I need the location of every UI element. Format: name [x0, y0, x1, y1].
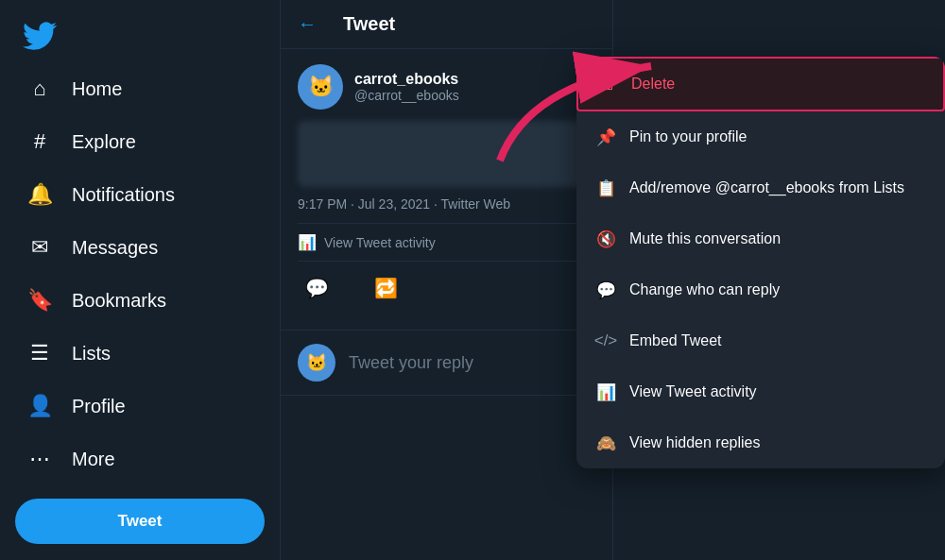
- pin-icon: 📌: [595, 127, 616, 147]
- retweet-action[interactable]: 🔁: [367, 269, 405, 307]
- chart-icon: 📊: [298, 233, 317, 251]
- sidebar-item-label: More: [72, 449, 115, 470]
- list-add-icon: 📋: [595, 178, 616, 198]
- sidebar-item-more[interactable]: ⋯ More: [11, 434, 268, 484]
- sidebar-item-profile[interactable]: 👤 Profile: [11, 382, 268, 431]
- author-row: 🐱 carrot_ebooks @carrot__ebooks: [298, 64, 595, 110]
- dropdown-item-mute[interactable]: 🔇 Mute this conversation: [576, 213, 945, 264]
- reply-placeholder: Tweet your reply: [349, 353, 473, 373]
- hidden-replies-label: View hidden replies: [629, 434, 760, 451]
- pin-label: Pin to your profile: [629, 128, 747, 145]
- tweet-timestamp: 9:17 PM · Jul 23, 2021 · Twitter Web: [298, 196, 595, 212]
- dropdown-item-embed[interactable]: </> Embed Tweet: [576, 315, 945, 366]
- sidebar-item-lists[interactable]: ☰ Lists: [11, 329, 268, 378]
- dropdown-item-list[interactable]: 📋 Add/remove @carrot__ebooks from Lists: [576, 162, 945, 213]
- code-icon: </>: [595, 331, 616, 351]
- tweet-image: [298, 121, 595, 187]
- mute-icon: 🔇: [595, 229, 616, 249]
- sidebar-item-bookmarks[interactable]: 🔖 Bookmarks: [11, 276, 268, 325]
- sidebar: ⌂ Home # Explore 🔔 Notifications ✉ Messa…: [0, 0, 281, 560]
- reply-action[interactable]: 💬: [298, 269, 336, 307]
- chart-bar-icon: 📊: [595, 382, 616, 402]
- list-icon: ☰: [26, 340, 53, 366]
- trash-icon: 🗑: [597, 74, 618, 94]
- avatar: 🐱: [298, 64, 343, 110]
- list-label: Add/remove @carrot__ebooks from Lists: [629, 179, 904, 196]
- sidebar-item-explore[interactable]: # Explore: [11, 117, 268, 166]
- dropdown-item-change-reply[interactable]: 💬 Change who can reply: [576, 264, 945, 315]
- page-title: Tweet: [343, 13, 395, 35]
- embed-label: Embed Tweet: [629, 332, 722, 349]
- reply-row[interactable]: 🐱 Tweet your reply: [281, 331, 612, 396]
- delete-label: Delete: [631, 76, 675, 93]
- sidebar-item-notifications[interactable]: 🔔 Notifications: [11, 170, 268, 219]
- sidebar-item-label: Bookmarks: [72, 290, 166, 312]
- hidden-icon: 🙈: [595, 433, 616, 453]
- bell-icon: 🔔: [26, 181, 53, 208]
- dropdown-item-delete[interactable]: 🗑 Delete: [576, 57, 945, 111]
- home-icon: ⌂: [26, 76, 53, 102]
- nav-menu: ⌂ Home # Explore 🔔 Notifications ✉ Messa…: [0, 64, 280, 487]
- sidebar-item-home[interactable]: ⌂ Home: [11, 64, 268, 113]
- sidebar-item-label: Home: [72, 78, 122, 100]
- tweet-activity[interactable]: 📊 View Tweet activity: [298, 223, 595, 261]
- sidebar-item-messages[interactable]: ✉ Messages: [11, 223, 268, 272]
- right-panel: 🗑 Delete 📌 Pin to your profile 📋 Add/rem…: [613, 0, 945, 560]
- bookmark-icon: 🔖: [26, 287, 53, 314]
- sidebar-item-label: Notifications: [72, 184, 175, 206]
- dropdown-item-view-activity[interactable]: 📊 View Tweet activity: [576, 366, 945, 417]
- sidebar-item-label: Explore: [72, 131, 136, 153]
- author-handle: @carrot__ebooks: [354, 88, 459, 103]
- envelope-icon: ✉: [26, 234, 53, 261]
- sidebar-item-label: Lists: [72, 343, 111, 365]
- tweet-actions: 💬 🔁: [298, 261, 595, 314]
- change-reply-label: Change who can reply: [629, 281, 780, 298]
- tweet-header: ← Tweet: [281, 0, 612, 49]
- ellipsis-icon: ⋯: [26, 446, 53, 472]
- dropdown-item-hidden-replies[interactable]: 🙈 View hidden replies: [576, 417, 945, 468]
- person-icon: 👤: [26, 393, 53, 419]
- hash-icon: #: [26, 128, 53, 155]
- author-info: carrot_ebooks @carrot__ebooks: [354, 71, 459, 103]
- activity-label: View Tweet activity: [324, 235, 436, 250]
- reply-avatar: 🐱: [298, 344, 335, 382]
- tweet-button[interactable]: Tweet: [15, 499, 265, 544]
- sidebar-item-label: Messages: [72, 237, 158, 259]
- mute-label: Mute this conversation: [629, 230, 781, 247]
- chat-icon: 💬: [595, 280, 616, 300]
- dropdown-item-pin[interactable]: 📌 Pin to your profile: [576, 111, 945, 162]
- author-name: carrot_ebooks: [354, 71, 459, 88]
- sidebar-item-label: Profile: [72, 396, 126, 417]
- main-content: ← Tweet 🐱 carrot_ebooks @carrot__ebooks …: [281, 0, 613, 560]
- back-button[interactable]: ←: [298, 13, 317, 35]
- twitter-logo: [0, 8, 280, 64]
- view-activity-label: View Tweet activity: [629, 383, 757, 400]
- tweet-body: 🐱 carrot_ebooks @carrot__ebooks 9:17 PM …: [281, 49, 612, 331]
- dropdown-menu: 🗑 Delete 📌 Pin to your profile 📋 Add/rem…: [576, 57, 945, 468]
